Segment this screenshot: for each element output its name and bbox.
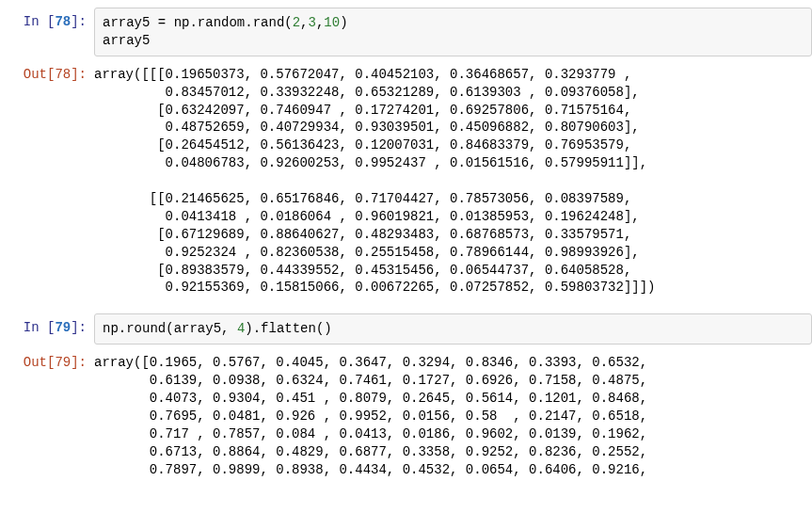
output-prompt-79: Out[79]: [0,348,94,372]
in-number: 79 [55,320,71,335]
output-text-79: array([0.1965, 0.5767, 0.4045, 0.3647, 0… [94,348,812,484]
out-label: Out[ [24,67,56,82]
code-token: ( [284,15,292,30]
code-token: ) [245,321,252,336]
code-token: rand [253,15,285,30]
out-close: ]: [71,355,87,370]
cell-spacer [0,306,812,313]
out-number: 79 [55,355,71,370]
out-label: Out[ [24,355,56,370]
code-input-78[interactable]: array5 = np.random.rand(2,3,10) array5 [94,8,812,56]
output-cell-79: Out[79]: array([0.1965, 0.5767, 0.4045, … [0,348,812,484]
code-token: . [253,321,261,336]
code-token: , [221,321,237,336]
code-token: = [150,15,173,30]
jupyter-notebook-fragment: In [78]: array5 = np.random.rand(2,3,10)… [0,0,812,513]
in-label: In [ [24,14,56,29]
in-label: In [ [24,320,56,335]
in-close: ]: [71,320,87,335]
code-token: ) [340,15,347,30]
code-token: . [119,321,126,336]
code-token: round [126,321,166,336]
code-token: np [103,321,119,336]
in-number: 78 [55,14,71,29]
code-token: array5 [174,321,221,336]
output-prompt-78: Out[78]: [0,60,94,84]
output-text-78: array([[[0.19650373, 0.57672047, 0.40452… [94,60,812,303]
input-prompt-79: In [79]: [0,313,94,337]
code-token: array5 [103,15,150,30]
code-token: random [198,15,245,30]
code-token: np [174,15,190,30]
code-token: 3 [309,15,316,30]
output-cell-78: Out[78]: array([[[0.19650373, 0.57672047… [0,60,812,303]
code-token: ( [166,321,173,336]
code-cell-78: In [78]: array5 = np.random.rand(2,3,10)… [0,8,812,56]
code-token: . [189,15,197,30]
code-token: , [300,15,308,30]
code-token: 2 [293,15,300,30]
code-token: array5 [103,33,150,48]
code-token: flatten [261,321,316,336]
input-prompt-78: In [78]: [0,8,94,31]
code-token: . [245,15,252,30]
code-cell-79: In [79]: np.round(array5, 4).flatten() [0,313,812,345]
code-token: 10 [324,15,340,30]
out-number: 78 [55,67,71,82]
in-close: ]: [71,14,87,29]
out-close: ]: [71,67,87,82]
code-token: ) [324,321,331,336]
code-input-79[interactable]: np.round(array5, 4).flatten() [94,313,812,345]
